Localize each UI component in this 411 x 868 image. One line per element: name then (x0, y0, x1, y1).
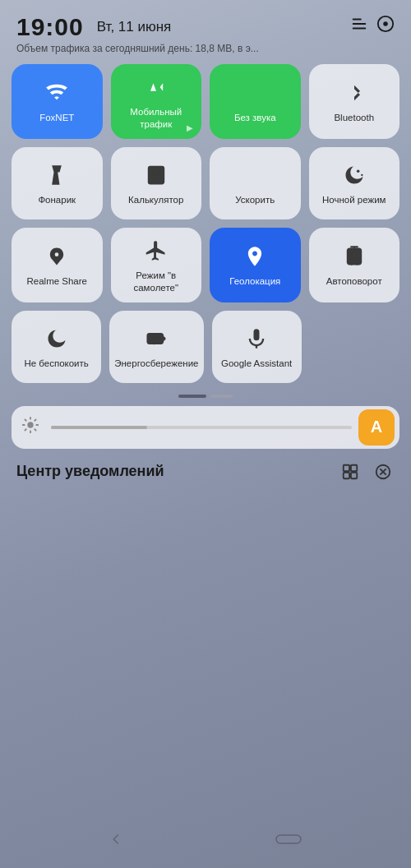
tiles-row3: Realme Share Режим "в самолете" Геолокац… (0, 228, 411, 302)
battery-label: Энергосбережение (114, 358, 198, 370)
nav-bar (0, 810, 411, 868)
svg-rect-2 (353, 28, 367, 30)
assistant-icon (245, 327, 268, 353)
svg-rect-18 (344, 465, 349, 471)
boost-icon (243, 164, 266, 190)
dot-1 (178, 395, 206, 398)
silent-label: Без звука (234, 112, 276, 124)
mobile-label: Мобильный трафик (116, 106, 197, 131)
nav-back-button[interactable] (107, 830, 125, 848)
flashlight-tile[interactable]: Фонарик (12, 147, 103, 219)
location-icon (243, 245, 266, 271)
auto-brightness-button[interactable]: A (358, 409, 395, 446)
autorotate-label: Автоповорот (326, 275, 382, 288)
bluetooth-label: Bluetooth (334, 112, 374, 124)
nightmode-icon (343, 164, 366, 190)
mobile-tile[interactable]: Мобильный трафик ▶ (111, 64, 202, 139)
status-icons (350, 15, 395, 33)
svg-rect-5 (148, 166, 164, 183)
svg-point-14 (361, 174, 363, 176)
battery-tile[interactable]: Энергосбережение (109, 311, 203, 383)
realmeshare-tile[interactable]: Realme Share (12, 228, 103, 302)
svg-point-4 (383, 21, 388, 26)
svg-point-17 (27, 422, 33, 428)
calculator-tile[interactable]: Калькулятор (111, 147, 202, 219)
airplane-tile[interactable]: Режим "в самолете" (111, 228, 202, 302)
dnd-label: Не беспокоить (24, 358, 88, 370)
wifi-icon (45, 81, 68, 108)
nav-home-button[interactable] (273, 830, 304, 848)
realmeshare-label: Realme Share (26, 275, 87, 288)
location-tile[interactable]: Геолокация (210, 228, 301, 302)
bluetooth-tile[interactable]: Bluetooth (309, 64, 400, 139)
notif-layout-icon[interactable] (339, 460, 362, 483)
location-label: Геолокация (229, 275, 280, 288)
notification-center-title: Центр уведомлений (16, 463, 339, 480)
svg-rect-21 (351, 473, 357, 478)
dnd-tile[interactable]: Не беспокоить (12, 311, 101, 383)
empty-tile (310, 311, 399, 383)
tiles-row1: FoxNET Мобильный трафик ▶ Без звука Blue… (0, 64, 411, 139)
corner-arrow: ▶ (187, 123, 193, 132)
airplane-label: Режим "в самолете" (116, 270, 197, 294)
silent-tile[interactable]: Без звука (210, 64, 301, 139)
svg-rect-1 (353, 23, 367, 25)
notification-center-header: Центр уведомлений (0, 449, 411, 490)
brightness-slider[interactable] (51, 426, 352, 429)
status-bar: 19:00 Вт, 11 июня (0, 0, 411, 43)
menu-icon (350, 15, 368, 33)
assistant-tile[interactable]: Google Assistant (212, 311, 302, 383)
autorotate-tile[interactable]: Автоповорот (309, 228, 400, 302)
svg-rect-15 (348, 249, 361, 265)
autorotate-icon (343, 245, 366, 271)
notif-action-icons (339, 460, 395, 483)
mobile-icon (145, 76, 168, 102)
airplane-icon (145, 239, 168, 265)
notif-clear-icon[interactable] (372, 460, 395, 483)
flashlight-icon (45, 164, 68, 190)
status-date: Вт, 11 июня (97, 19, 172, 35)
wifi-label: FoxNET (39, 112, 74, 124)
boost-label: Ускорить (235, 194, 275, 206)
calculator-icon (145, 164, 168, 190)
tiles-row2: Фонарик Калькулятор Ускорить Ночной режи… (0, 147, 411, 219)
brightness-row: A (12, 406, 399, 449)
bluetooth-icon (343, 81, 366, 108)
assistant-label: Google Assistant (221, 358, 292, 370)
brightness-fill (51, 426, 147, 429)
dnd-icon (45, 327, 68, 353)
realmeshare-icon (45, 245, 68, 271)
status-time: 19:00 (16, 15, 84, 39)
battery-icon (145, 327, 168, 353)
traffic-text: Объем трафика за сегодняшний день: 18,8 … (0, 43, 411, 64)
calculator-label: Калькулятор (128, 194, 183, 206)
wifi-tile[interactable]: FoxNET (12, 64, 103, 139)
svg-rect-0 (353, 19, 362, 21)
scroll-dots (0, 395, 411, 398)
svg-rect-20 (344, 473, 349, 478)
silent-icon (243, 81, 266, 108)
flashlight-label: Фонарик (38, 194, 76, 206)
svg-point-13 (357, 169, 360, 173)
nightmode-label: Ночной режим (322, 194, 386, 206)
svg-rect-19 (351, 465, 357, 471)
tiles-row4: Не беспокоить Энергосбережение Google As… (0, 311, 411, 383)
dot-2 (210, 395, 233, 398)
brightness-sun-icon (21, 416, 39, 438)
svg-rect-23 (276, 835, 301, 843)
nightmode-tile[interactable]: Ночной режим (309, 147, 400, 219)
boost-tile[interactable]: Ускорить (210, 147, 301, 219)
settings-icon (376, 15, 395, 33)
